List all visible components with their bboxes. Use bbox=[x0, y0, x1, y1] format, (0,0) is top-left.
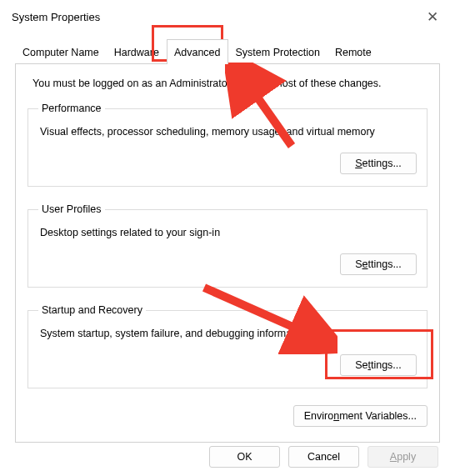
tab-remote[interactable]: Remote bbox=[328, 39, 379, 64]
admin-notice: You must be logged on as an Administrato… bbox=[32, 78, 428, 89]
dialog-footer: OK Cancel Apply bbox=[209, 446, 438, 468]
group-startup-recovery-legend: Startup and Recovery bbox=[38, 304, 146, 316]
tab-system-protection[interactable]: System Protection bbox=[228, 39, 328, 64]
tab-advanced[interactable]: Advanced bbox=[167, 39, 228, 64]
environment-variables-button[interactable]: Environment Variables... bbox=[293, 405, 428, 427]
group-startup-recovery-desc: System startup, system failure, and debu… bbox=[40, 328, 417, 339]
apply-button[interactable]: Apply bbox=[368, 446, 438, 468]
ok-button[interactable]: OK bbox=[209, 446, 280, 468]
group-user-profiles: User Profiles Desktop settings related t… bbox=[28, 203, 428, 288]
group-user-profiles-desc: Desktop settings related to your sign-in bbox=[40, 227, 417, 238]
group-performance-legend: Performance bbox=[38, 103, 105, 114]
startup-recovery-settings-button[interactable]: Settings... bbox=[340, 354, 417, 376]
group-user-profiles-legend: User Profiles bbox=[38, 203, 105, 215]
cancel-button[interactable]: Cancel bbox=[288, 446, 359, 468]
title-bar: System Properties ✕ bbox=[0, 0, 455, 33]
tab-computer-name[interactable]: Computer Name bbox=[15, 39, 107, 64]
performance-settings-button[interactable]: Settings... bbox=[340, 153, 417, 174]
group-startup-recovery: Startup and Recovery System startup, sys… bbox=[28, 304, 428, 388]
group-performance: Performance Visual effects, processor sc… bbox=[28, 103, 428, 187]
tab-panel-advanced: You must be logged on as an Administrato… bbox=[15, 63, 440, 443]
group-performance-desc: Visual effects, processor scheduling, me… bbox=[40, 126, 417, 138]
window-title: System Properties bbox=[12, 11, 100, 23]
user-profiles-settings-button[interactable]: Settings... bbox=[340, 253, 417, 275]
tab-strip: Computer Name Hardware Advanced System P… bbox=[15, 39, 440, 64]
tab-hardware[interactable]: Hardware bbox=[107, 39, 167, 64]
close-icon[interactable]: ✕ bbox=[422, 7, 443, 28]
